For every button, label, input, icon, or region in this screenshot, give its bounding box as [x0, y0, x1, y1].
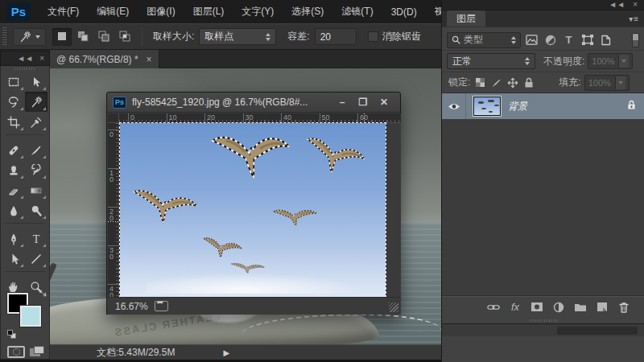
selected-bird-3[interactable] [128, 183, 203, 230]
tab-close-icon[interactable]: × [147, 54, 152, 65]
new-group-button[interactable] [573, 300, 588, 315]
tool-history-brush[interactable] [25, 160, 47, 180]
new-adjustment-layer-button[interactable] [551, 300, 566, 315]
opacity-dropdown[interactable]: 100% [588, 53, 633, 69]
add-layer-mask-button[interactable] [530, 300, 544, 315]
tool-flyout-corner [20, 244, 23, 247]
tool-preset-picker[interactable] [13, 28, 46, 46]
tool-brush[interactable] [25, 140, 47, 160]
layer-thumbnail[interactable] [473, 97, 501, 116]
screen-mode-button[interactable] [30, 346, 46, 358]
close-panel-icon[interactable]: × [633, 1, 638, 9]
filter-shape-layers-button[interactable] [580, 33, 595, 47]
minimize-button[interactable]: – [332, 97, 353, 108]
document-window: Ps fly-585425_1920.jpg @ 16.7%(RGB/8#...… [106, 92, 401, 315]
menu-item-2[interactable]: 图像(I) [138, 0, 184, 23]
menu-item-6[interactable]: 滤镜(T) [332, 0, 382, 23]
tool-blur[interactable] [2, 200, 25, 220]
panel-menu-icon[interactable]: ▾≡ [629, 14, 639, 23]
document-tab[interactable]: @ 66.7%(RGB/8) * × [50, 50, 159, 68]
delete-layer-button[interactable] [617, 300, 631, 315]
options-grip[interactable] [2, 27, 8, 47]
new-layer-button[interactable] [595, 300, 609, 315]
menu-item-1[interactable]: 编辑(E) [88, 0, 138, 23]
menu-item-0[interactable]: 文件(F) [39, 0, 88, 23]
menu-item-3[interactable]: 图层(L) [184, 0, 233, 23]
selected-bird-5[interactable] [199, 232, 246, 262]
tools-panel-grip[interactable] [1, 66, 49, 72]
selected-bird-1[interactable] [208, 123, 296, 186]
swap-colors-icon[interactable]: ⤡ [39, 288, 46, 298]
tool-move[interactable] [25, 72, 47, 92]
horizontal-ruler[interactable]: 0102030405060 [119, 113, 401, 123]
tool-type[interactable]: T [25, 228, 47, 249]
antialias-label: 消除锯齿 [382, 30, 421, 43]
tool-path-selection[interactable] [2, 249, 25, 269]
document-window-titlebar[interactable]: Ps fly-585425_1920.jpg @ 16.7%(RGB/8#...… [107, 93, 400, 113]
tool-gradient[interactable] [25, 180, 47, 200]
lock-position-button[interactable] [506, 76, 519, 89]
selection-mode-new-button[interactable] [52, 28, 72, 46]
layer-row-background[interactable]: 背景 [442, 93, 644, 119]
document-ps-icon: Ps [113, 97, 126, 109]
tool-eraser[interactable] [2, 180, 25, 200]
layer-visibility-toggle[interactable] [442, 93, 466, 119]
tool-line[interactable] [25, 249, 47, 269]
tolerance-input[interactable]: 20 [315, 28, 357, 45]
default-colors-icon[interactable] [7, 330, 15, 338]
selected-bird-6[interactable] [229, 261, 267, 275]
sample-size-dropdown[interactable]: 取样点 [199, 28, 276, 45]
ruler-number: 40 [109, 286, 114, 297]
maximize-button[interactable]: ❐ [353, 97, 374, 108]
collapse-panel-icon[interactable]: ◄◄ [609, 1, 625, 9]
tool-spot-healing-brush[interactable] [2, 140, 25, 160]
lock-image-pixels-button[interactable] [489, 76, 503, 89]
ruler-corner[interactable] [108, 113, 119, 123]
selected-bird-4[interactable] [270, 204, 320, 228]
selection-mode-intersect-button[interactable] [115, 28, 134, 46]
tool-pen[interactable] [2, 228, 25, 249]
background-color-swatch[interactable] [20, 306, 41, 327]
window-resize-grip[interactable] [389, 302, 398, 312]
filter-adjustment-layers-button[interactable] [543, 33, 558, 47]
tool-lasso[interactable] [2, 92, 25, 112]
selection-mode-add-button[interactable] [73, 28, 93, 46]
status-menu-arrow-icon[interactable]: ▶ [223, 348, 229, 357]
filter-toggle-switch[interactable] [632, 33, 639, 47]
filter-pixel-layers-button[interactable] [524, 33, 539, 47]
selection-mode-subtract-button[interactable] [94, 28, 114, 46]
tool-magic-wand[interactable] [25, 92, 47, 112]
quick-mask-button[interactable] [7, 346, 25, 358]
link-icon [487, 303, 500, 311]
close-button[interactable]: ✕ [374, 97, 394, 108]
share-export-icon[interactable] [155, 301, 168, 311]
move-lock-icon [507, 77, 518, 88]
link-layers-button[interactable] [486, 300, 501, 315]
magic-wand-icon [30, 96, 43, 109]
lock-all-button[interactable] [522, 76, 535, 89]
tab-layers[interactable]: 图层 [447, 10, 485, 27]
selected-bird-2[interactable] [299, 130, 372, 183]
fill-dropdown[interactable]: 100% [584, 75, 630, 91]
filter-type-dropdown[interactable]: 类型 [447, 32, 521, 48]
menu-item-5[interactable]: 选择(S) [283, 0, 332, 23]
tool-eyedropper[interactable] [25, 112, 47, 132]
zoom-level[interactable]: 16.67% [115, 301, 148, 312]
layer-style-button[interactable]: fx [508, 300, 522, 315]
antialias-checkbox[interactable] [368, 31, 378, 42]
tool-clone-stamp[interactable] [2, 160, 25, 180]
filter-smart-objects-button[interactable] [598, 33, 613, 47]
vertical-ruler[interactable]: 010203040 [108, 123, 119, 297]
tool-crop[interactable] [2, 112, 25, 132]
collapse-panel-icon[interactable]: ◄◄ [17, 55, 33, 63]
menu-item-7[interactable]: 3D(D) [382, 0, 426, 23]
close-panel-icon[interactable]: × [39, 55, 44, 63]
tool-rectangular-marquee[interactable] [2, 72, 25, 92]
canvas-image[interactable] [120, 123, 386, 297]
filter-type-layers-button[interactable]: T [561, 33, 576, 47]
panel-resize-grip[interactable] [442, 317, 644, 323]
tool-dodge[interactable] [25, 200, 47, 220]
blend-mode-dropdown[interactable]: 正常 [447, 53, 535, 69]
lock-transparent-pixels-button[interactable] [473, 76, 487, 89]
menu-item-4[interactable]: 文字(Y) [233, 0, 283, 23]
